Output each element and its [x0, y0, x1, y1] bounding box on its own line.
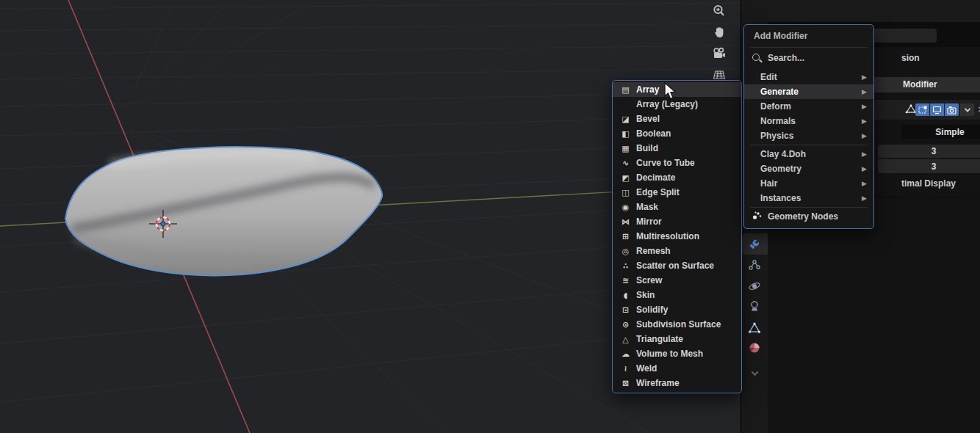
menu-item-geometry-nodes[interactable]: Geometry Nodes [744, 209, 873, 224]
properties-header-band [768, 0, 980, 22]
triangulate-icon: △ [620, 335, 631, 344]
mask-icon: ◉ [620, 203, 631, 212]
menu-separator [750, 47, 868, 48]
material-tab-icon[interactable] [744, 339, 765, 357]
submenu-arrow-icon: ▶ [862, 88, 867, 95]
object-data-tab-icon[interactable] [744, 319, 765, 337]
geometry-nodes-icon [752, 211, 763, 222]
menu-item-geometry[interactable]: Geometry ▶ [744, 161, 873, 176]
modifier-search-field[interactable]: Search... [744, 49, 873, 67]
submenu-arrow-icon: ▶ [862, 103, 867, 110]
search-placeholder: Search... [768, 53, 804, 63]
edge-split-icon: ◫ [620, 188, 631, 197]
curve-to-tube-icon: ∿ [620, 159, 631, 168]
menu-item-multiresolution[interactable]: ⊞ Multiresolution [613, 229, 741, 244]
subdivision-simple-button[interactable]: Simple [901, 125, 980, 139]
menu-item-remesh[interactable]: ◎ Remesh [613, 244, 741, 258]
particles-tab-icon[interactable] [744, 256, 765, 274]
modifier-extras-dropdown[interactable] [960, 103, 974, 116]
submenu-arrow-icon: ▶ [862, 117, 867, 125]
menu-item-edit[interactable]: Edit ▶ [744, 70, 873, 84]
breadcrumb: sion [901, 53, 920, 63]
screw-icon: ≋ [620, 276, 631, 285]
constraints-tab-icon[interactable] [744, 298, 765, 316]
blender-window: sion Modifier [0, 0, 980, 433]
menu-item-bevel[interactable]: ◪ Bevel [613, 112, 741, 126]
levels-viewport-field[interactable]: 3 [878, 145, 980, 159]
menu-item-mask[interactable]: ◉ Mask [613, 200, 741, 214]
scatter-on-surface-icon: ∴ [620, 261, 631, 271]
skin-icon: ◖ [620, 291, 631, 300]
mesh-object[interactable] [65, 147, 382, 275]
physics-tab-icon[interactable] [744, 277, 765, 295]
menu-item-normals[interactable]: Normals ▶ [744, 114, 873, 128]
modifier-wrench-icon[interactable] [744, 236, 765, 253]
menu-item-hair[interactable]: Hair ▶ [744, 176, 873, 191]
display-editmode-toggle[interactable] [915, 103, 929, 116]
remesh-icon: ◎ [620, 247, 631, 256]
menu-item-physics[interactable]: Physics ▶ [744, 128, 873, 143]
menu-title: Add Modifier [744, 25, 873, 46]
menu-item-boolean[interactable]: ◧ Boolean [613, 126, 741, 141]
menu-item-mirror[interactable]: ⋈ Mirror [613, 214, 741, 229]
menu-item-decimate[interactable]: ◩ Decimate [613, 170, 741, 185]
boolean-icon: ◧ [620, 129, 631, 139]
wireframe-icon: ⊠ [620, 379, 631, 388]
menu-item-build[interactable]: ▦ Build [613, 141, 741, 156]
add-modifier-menu: Add Modifier Search... Edit ▶ Generate ▶… [743, 24, 874, 229]
subdivision-surface-icon: ⊙ [620, 320, 631, 330]
submenu-arrow-icon: ▶ [862, 73, 867, 81]
array-icon: ▤ [620, 85, 631, 95]
menu-item-solidify[interactable]: ⊡ Solidify [613, 302, 741, 317]
tab-strip-chevron-icon[interactable] [744, 364, 765, 382]
menu-item-clay-4doh[interactable]: Clay 4.Doh ▶ [744, 147, 873, 161]
zoom-icon[interactable] [710, 1, 729, 21]
volume-to-mesh-icon: ☁ [620, 349, 631, 359]
menu-item-deform[interactable]: Deform ▶ [744, 99, 873, 114]
multiresolution-icon: ⊞ [620, 232, 631, 241]
mouse-cursor [663, 82, 680, 104]
menu-separator [750, 145, 868, 145]
build-icon: ▦ [620, 144, 631, 153]
search-icon [752, 53, 762, 63]
bevel-icon: ◪ [620, 114, 631, 124]
menu-item-scatter-on-surface[interactable]: ∴ Scatter on Surface [613, 258, 741, 273]
menu-item-subdivision-surface[interactable]: ⊙ Subdivision Surface [613, 317, 741, 332]
optimal-display-label: timal Display [901, 178, 956, 189]
submenu-arrow-icon: ▶ [862, 150, 867, 158]
menu-item-skin[interactable]: ◖ Skin [613, 288, 741, 302]
weld-icon: ≀ [620, 364, 631, 374]
menu-item-wireframe[interactable]: ⊠ Wireframe [613, 376, 741, 390]
pan-hand-icon[interactable] [710, 23, 729, 42]
menu-item-instances[interactable]: Instances ▶ [744, 191, 873, 205]
menu-item-volume-to-mesh[interactable]: ☁ Volume to Mesh [613, 346, 741, 361]
display-render-toggle[interactable] [945, 103, 959, 116]
menu-item-weld[interactable]: ≀ Weld [613, 361, 741, 376]
camera-view-icon[interactable] [710, 44, 729, 63]
decimate-icon: ◩ [620, 173, 631, 183]
levels-render-field[interactable]: 3 [878, 159, 980, 173]
menu-separator [750, 207, 868, 208]
display-realtime-toggle[interactable] [930, 103, 944, 116]
submenu-arrow-icon: ▶ [862, 194, 867, 202]
menu-item-triangulate[interactable]: △ Triangulate [613, 332, 741, 346]
menu-item-curve-to-tube[interactable]: ∿ Curve to Tube [613, 156, 741, 170]
submenu-arrow-icon: ▶ [862, 180, 867, 187]
generate-submenu: ▤ Array Array (Legacy) ◪ Bevel ◧ Boolean… [612, 80, 742, 393]
menu-item-generate[interactable]: Generate ▶ [744, 84, 873, 99]
solidify-icon: ⊡ [620, 305, 631, 315]
mirror-icon: ⋈ [620, 217, 631, 227]
menu-item-edge-split[interactable]: ◫ Edge Split [613, 185, 741, 200]
menu-item-screw[interactable]: ≋ Screw [613, 273, 741, 288]
submenu-arrow-icon: ▶ [862, 132, 867, 139]
submenu-arrow-icon: ▶ [862, 165, 867, 172]
